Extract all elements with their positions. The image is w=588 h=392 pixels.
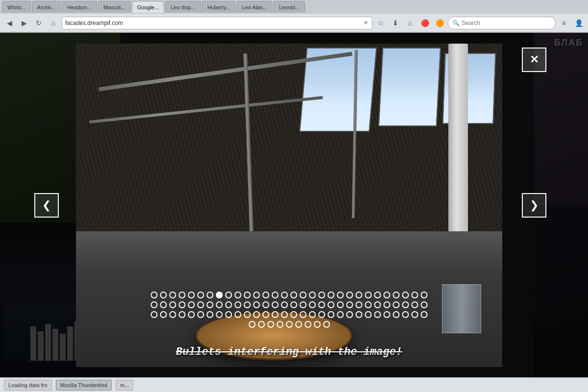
bullet-3-9[interactable]: [225, 311, 232, 318]
bullet-2-6[interactable]: [197, 301, 204, 308]
bullet-2-7[interactable]: [207, 301, 214, 308]
tab-1[interactable]: Whist...: [2, 1, 31, 13]
bullet-3-26[interactable]: [384, 311, 391, 318]
bullet-1-7[interactable]: [207, 292, 214, 298]
bullet-2-26[interactable]: [384, 301, 391, 308]
bullet-3-15[interactable]: [281, 311, 288, 318]
bullet-2-3[interactable]: [170, 301, 176, 308]
tab-6[interactable]: Leo disp...: [165, 1, 201, 13]
back-button[interactable]: ◀: [3, 17, 16, 29]
bullet-4-5[interactable]: [286, 321, 293, 328]
bullet-3-19[interactable]: [318, 311, 325, 318]
bullet-3-20[interactable]: [328, 311, 335, 318]
bullet-2-28[interactable]: [402, 301, 409, 308]
bullet-2-13[interactable]: [263, 301, 270, 308]
bullet-3-23[interactable]: [356, 311, 363, 318]
bullet-1-22[interactable]: [346, 292, 353, 298]
bullet-2-24[interactable]: [365, 301, 372, 308]
bullet-1-4[interactable]: [179, 292, 186, 298]
bullet-2-30[interactable]: [421, 301, 428, 308]
bullet-2-4[interactable]: [179, 301, 186, 308]
bullet-3-5[interactable]: [188, 311, 195, 318]
status-item-3[interactable]: m...: [116, 380, 133, 391]
extension-2[interactable]: 🟠: [433, 17, 446, 29]
bullet-2-16[interactable]: [291, 301, 297, 308]
bullet-2-21[interactable]: [337, 301, 344, 308]
bullet-4-4[interactable]: [276, 321, 283, 328]
bullet-2-22[interactable]: [346, 301, 353, 308]
bullet-2-17[interactable]: [300, 301, 307, 308]
bullet-3-17[interactable]: [300, 311, 307, 318]
extension-1[interactable]: 🔴: [418, 17, 431, 29]
bullet-2-19[interactable]: [318, 301, 325, 308]
bullet-1-13[interactable]: [263, 292, 270, 298]
bullet-2-5[interactable]: [188, 301, 195, 308]
bullet-1-26[interactable]: [384, 292, 391, 298]
bullet-3-28[interactable]: [402, 311, 409, 318]
bullet-1-11[interactable]: [244, 292, 251, 298]
bullet-1-23[interactable]: [356, 292, 363, 298]
bullet-1-17[interactable]: [300, 292, 307, 298]
tab-4[interactable]: Mascot...: [98, 1, 131, 13]
tab-7[interactable]: Huberty...: [202, 1, 236, 13]
bullet-3-11[interactable]: [244, 311, 251, 318]
forward-button[interactable]: ▶: [18, 17, 30, 29]
bullet-3-27[interactable]: [393, 311, 400, 318]
search-input[interactable]: [462, 20, 550, 26]
bullet-2-23[interactable]: [356, 301, 363, 308]
bullet-1-6[interactable]: [197, 292, 204, 298]
bullet-3-10[interactable]: [235, 311, 242, 318]
bullet-2-10[interactable]: [235, 301, 242, 308]
tab-2[interactable]: Archit...: [32, 1, 61, 13]
bullet-3-4[interactable]: [179, 311, 186, 318]
lightbox-prev-button[interactable]: ❮: [34, 193, 59, 218]
bullet-3-30[interactable]: [421, 311, 428, 318]
address-bar[interactable]: [65, 20, 361, 26]
bullet-3-7[interactable]: [207, 311, 214, 318]
bullet-4-3[interactable]: [267, 321, 274, 328]
bullet-2-11[interactable]: [244, 301, 251, 308]
bullet-1-5[interactable]: [188, 292, 195, 298]
tab-9[interactable]: Leonid...: [273, 1, 305, 13]
bullet-3-14[interactable]: [272, 311, 279, 318]
bullet-1-18[interactable]: [309, 292, 316, 298]
bullet-2-8[interactable]: [216, 301, 223, 308]
bullet-1-20[interactable]: [328, 292, 335, 298]
bullet-2-1[interactable]: [151, 301, 158, 308]
bullet-1-1[interactable]: [151, 292, 158, 298]
status-item-1[interactable]: Loading data fro: [4, 380, 52, 391]
bullet-3-24[interactable]: [365, 311, 372, 318]
bookmark-button[interactable]: ☆: [374, 17, 387, 29]
bullet-2-18[interactable]: [309, 301, 316, 308]
bullet-3-6[interactable]: [197, 311, 204, 318]
bullet-1-12[interactable]: [253, 292, 260, 298]
bullet-3-29[interactable]: [412, 311, 418, 318]
lightbox-next-button[interactable]: ❯: [522, 193, 546, 218]
profile-button[interactable]: 👤: [572, 17, 585, 29]
download-button[interactable]: ⬇: [389, 17, 402, 29]
home-button[interactable]: ⌂: [47, 17, 60, 29]
bullet-2-29[interactable]: [412, 301, 418, 308]
bullet-4-9[interactable]: [323, 321, 330, 328]
bullet-3-21[interactable]: [337, 311, 344, 318]
bullet-2-2[interactable]: [160, 301, 167, 308]
bullet-4-2[interactable]: [258, 321, 265, 328]
bullet-3-2[interactable]: [160, 311, 167, 318]
bullet-2-9[interactable]: [225, 301, 232, 308]
lightbox-close-button[interactable]: ✕: [522, 48, 546, 72]
bullet-2-20[interactable]: [328, 301, 335, 308]
bullet-1-27[interactable]: [393, 292, 400, 298]
bullet-3-13[interactable]: [263, 311, 270, 318]
address-clear-button[interactable]: ✕: [363, 20, 369, 26]
bullet-1-16[interactable]: [291, 292, 297, 298]
home-button-2[interactable]: ⌂: [404, 17, 416, 29]
bullet-2-15[interactable]: [281, 301, 288, 308]
bullet-1-10[interactable]: [235, 292, 242, 298]
bullet-3-12[interactable]: [253, 311, 260, 318]
bullet-2-27[interactable]: [393, 301, 400, 308]
bullet-1-9[interactable]: [225, 292, 232, 298]
bullet-1-25[interactable]: [374, 292, 381, 298]
bullet-3-16[interactable]: [291, 311, 297, 318]
status-item-2[interactable]: Mozilla Thunderbird: [56, 380, 112, 391]
more-button[interactable]: ≡: [558, 17, 570, 29]
